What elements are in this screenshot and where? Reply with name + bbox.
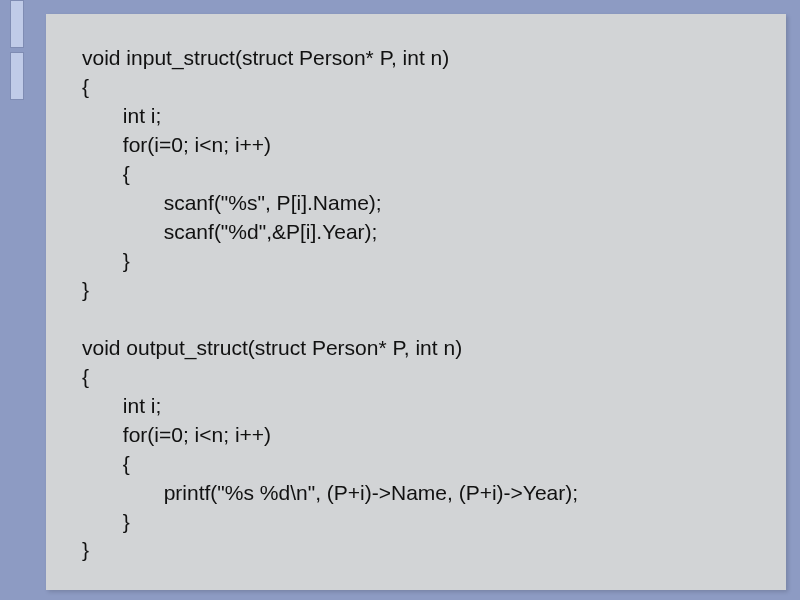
decor-bar-2 [10,52,24,100]
code-block: void input_struct(struct Person* P, int … [82,44,750,565]
decor-bar-1 [10,0,24,48]
code-panel: void input_struct(struct Person* P, int … [46,14,786,590]
slide: void input_struct(struct Person* P, int … [0,0,800,600]
